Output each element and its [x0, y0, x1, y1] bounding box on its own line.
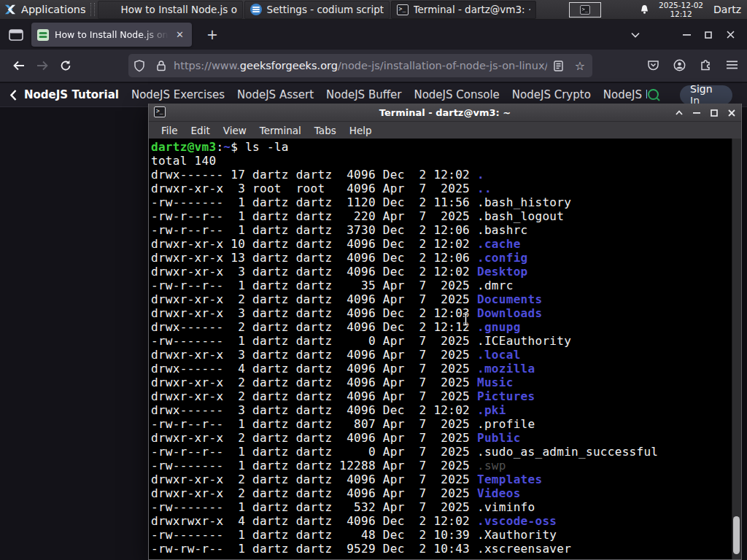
distro-logo-icon	[4, 3, 17, 16]
browser-toolbar: https://www.geeksforgeeks.org/node-js/in…	[0, 50, 747, 82]
terminal-listing-row: drwxr-xr-x 2 dartz dartz 4096 Apr 7 2025…	[151, 472, 741, 486]
desktop: Applications How to Install Node.js o...…	[0, 0, 747, 560]
terminal-listing-row: -rw-r--r-- 1 dartz dartz 35 Apr 7 2025 .…	[151, 279, 741, 292]
terminal-listing-row: drwx------ 3 dartz dartz 4096 Dec 2 12:0…	[151, 403, 741, 417]
clock[interactable]: 2025-12-02 12:12	[659, 1, 703, 18]
extensions-icon[interactable]	[694, 54, 716, 76]
terminal-scrollbar-thumb[interactable]	[733, 516, 740, 554]
terminal-listing-row: -rw-r--r-- 1 dartz dartz 0 Apr 7 2025 .s…	[151, 445, 741, 459]
workspace-switcher[interactable]: >_	[569, 2, 601, 18]
taskbar-button-terminal[interactable]: >_ Terminal - dartz@vm3: ~	[391, 1, 536, 19]
terminal-listing-row: -rw-r--r-- 1 dartz dartz 3730 Dec 2 12:0…	[151, 223, 741, 237]
url-bar[interactable]: https://www.geeksforgeeks.org/node-js/in…	[128, 54, 592, 77]
workspace-1-cell[interactable]: >_	[569, 2, 601, 18]
terminal-listing-row: drwxr-xr-x 3 root root 4096 Apr 7 2025 .…	[151, 182, 741, 195]
geeksforgeeks-favicon	[37, 29, 49, 41]
pocket-icon[interactable]	[642, 54, 664, 76]
browser-tab-bar: How to Install Node.js on ✕ +	[0, 20, 747, 50]
lock-icon[interactable]	[150, 55, 172, 77]
terminal-icon: >_	[397, 4, 409, 15]
applications-menu-button[interactable]: Applications	[0, 0, 90, 19]
url-text: https://www.geeksforgeeks.org/node-js/in…	[174, 60, 547, 71]
browser-maximize-button[interactable]	[697, 25, 719, 45]
terminal-listing-row: drwxr-xr-x 13 dartz dartz 4096 Dec 2 12:…	[151, 251, 741, 265]
terminal-total-line: total 140	[151, 154, 741, 168]
terminal-listing-row: drwxr-xr-x 2 dartz dartz 4096 Apr 7 2025…	[151, 292, 741, 306]
nav-item-nodejs-tutorial[interactable]: NodeJS Tutorial	[24, 88, 119, 101]
terminal-titlebar-icon: >_	[154, 106, 166, 117]
firefox-view-button[interactable]	[9, 29, 23, 41]
forward-button[interactable]	[31, 55, 54, 77]
terminal-listing-row: drwxr-xr-x 10 dartz dartz 4096 Dec 2 12:…	[151, 237, 741, 251]
terminal-listing-row: -rw-r--r-- 1 dartz dartz 220 Apr 7 2025 …	[151, 209, 741, 223]
terminal-listing-row: -rw-r--r-- 1 dartz dartz 807 Apr 7 2025 …	[151, 417, 741, 431]
terminal-listing-row: drwxr-xr-x 3 dartz dartz 4096 Apr 7 2025…	[151, 348, 741, 362]
terminal-window: >_ Terminal - dartz@vm3: ~ File Edit	[148, 104, 742, 560]
menu-file[interactable]: File	[155, 125, 185, 136]
terminal-title: Terminal - dartz@vm3: ~	[149, 107, 741, 118]
settings-icon	[250, 4, 262, 15]
terminal-content[interactable]: dartz@vm3:~$ ls -latotal 140drwx------ 1…	[149, 139, 741, 559]
nav-item-nodejs-crypto[interactable]: NodeJS Crypto	[512, 88, 591, 101]
browser-close-button[interactable]	[719, 25, 741, 45]
terminal-title-bar[interactable]: >_ Terminal - dartz@vm3: ~	[149, 104, 741, 122]
user-label: Dartz	[712, 4, 741, 15]
terminal-listing-row: -rw-rw-r-- 1 dartz dartz 9529 Dec 2 10:4…	[151, 542, 741, 556]
back-button[interactable]	[7, 55, 31, 77]
menu-terminal[interactable]: Terminal	[253, 125, 308, 136]
tab-close-icon[interactable]: ✕	[174, 28, 186, 42]
terminal-listing-row: drwx------ 17 dartz dartz 4096 Dec 2 12:…	[151, 168, 741, 182]
menu-help[interactable]: Help	[343, 125, 379, 136]
clock-time: 12:12	[659, 9, 703, 18]
terminal-listing-row: drwxr-xr-x 2 dartz dartz 4096 Apr 7 2025…	[151, 389, 741, 403]
browser-minimize-button[interactable]	[676, 25, 697, 45]
browser-tab-active[interactable]: How to Install Node.js on ✕	[31, 23, 192, 47]
nav-item-nodejs-dns[interactable]: NodeJS DNS	[603, 88, 647, 101]
sign-in-button[interactable]: Sign In	[680, 85, 732, 105]
menu-edit[interactable]: Edit	[185, 125, 217, 136]
terminal-shade-button[interactable]	[673, 106, 685, 119]
menu-view[interactable]: View	[217, 125, 253, 136]
menu-tabs[interactable]: Tabs	[308, 125, 343, 136]
terminal-listing-row: -rw------- 1 dartz dartz 1120 Dec 2 11:5…	[151, 195, 741, 209]
top-panel: Applications How to Install Node.js o...…	[0, 0, 747, 20]
list-all-tabs-icon[interactable]	[624, 25, 646, 45]
site-search-icon[interactable]	[647, 88, 661, 102]
tab-title: How to Install Node.js on	[55, 29, 174, 40]
account-icon[interactable]	[668, 54, 690, 76]
terminal-output[interactable]: dartz@vm3:~$ ls -latotal 140drwx------ 1…	[149, 139, 741, 556]
workspace-terminal-icon: >_	[580, 5, 590, 15]
terminal-prompt-line: dartz@vm3:~$ ls -la	[151, 140, 741, 154]
taskbar-button-browser[interactable]: How to Install Node.js o...	[98, 1, 243, 19]
new-tab-button[interactable]: +	[201, 26, 224, 43]
taskbar-button-settings[interactable]: Settings - codium script...	[244, 1, 390, 19]
terminal-listing-row: -rw------- 1 dartz dartz 532 Apr 7 2025 …	[151, 500, 741, 514]
terminal-maximize-button[interactable]	[708, 106, 720, 119]
clock-date: 2025-12-02	[659, 1, 703, 9]
reload-button[interactable]	[54, 55, 77, 77]
tracking-shield-icon[interactable]	[128, 55, 150, 77]
menu-hamburger-icon[interactable]	[721, 54, 743, 76]
reader-mode-icon[interactable]	[547, 55, 569, 77]
terminal-listing-row: drwx------ 4 dartz dartz 4096 Apr 7 2025…	[151, 362, 741, 376]
terminal-listing-row: drwxr-xr-x 3 dartz dartz 4096 Dec 2 12:0…	[151, 265, 741, 279]
nav-item-nodejs-console[interactable]: NodeJS Console	[414, 88, 499, 101]
terminal-minimize-button[interactable]	[690, 106, 703, 119]
terminal-close-button[interactable]	[725, 106, 738, 119]
site-nav-items: NodeJS Tutorial NodeJS Exercises NodeJS …	[24, 88, 647, 101]
notification-bell-icon[interactable]	[639, 4, 650, 15]
nav-item-nodejs-exercises[interactable]: NodeJS Exercises	[131, 88, 225, 101]
terminal-menu-bar: File Edit View Terminal Tabs Help	[149, 122, 741, 139]
bookmark-star-icon[interactable]: ☆	[569, 55, 591, 77]
terminal-listing-row: -rw------- 1 dartz dartz 12288 Apr 7 202…	[151, 459, 741, 472]
nav-scroll-left-icon[interactable]	[10, 90, 17, 101]
terminal-listing-row: -rw------- 1 dartz dartz 48 Dec 2 10:39 …	[151, 528, 741, 542]
nav-item-nodejs-buffer[interactable]: NodeJS Buffer	[326, 88, 401, 101]
terminal-listing-row: -rw------- 1 dartz dartz 0 Apr 7 2025 .I…	[151, 334, 741, 348]
firefox-icon	[104, 4, 116, 16]
terminal-listing-row: drwxrwxr-x 4 dartz dartz 4096 Dec 2 12:0…	[151, 514, 741, 528]
terminal-listing-row: drwxr-xr-x 2 dartz dartz 4096 Apr 7 2025…	[151, 486, 741, 500]
terminal-listing-row: drwx------ 2 dartz dartz 4096 Dec 2 12:1…	[151, 320, 741, 334]
nav-item-nodejs-assert[interactable]: NodeJS Assert	[237, 88, 314, 101]
terminal-scrollbar[interactable]	[732, 139, 741, 559]
